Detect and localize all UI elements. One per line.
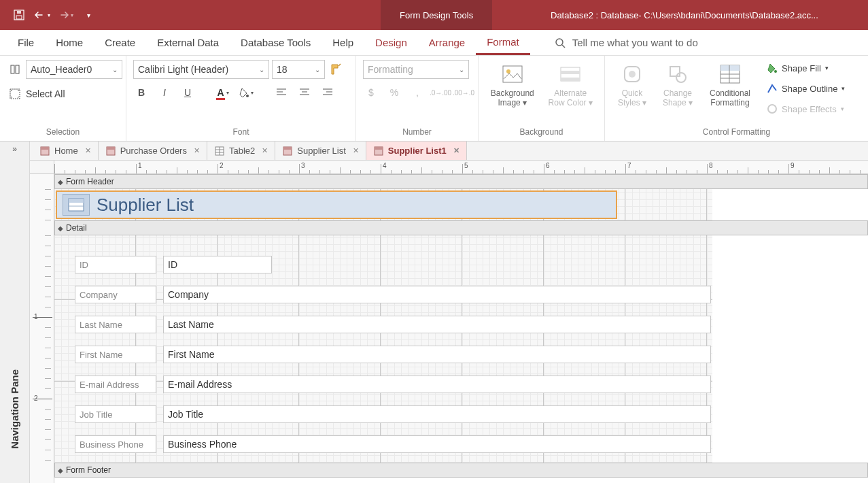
field-control[interactable]: Job Title (163, 405, 711, 423)
doc-tab-home[interactable]: Home ✕ (33, 141, 99, 160)
form-icon (282, 146, 293, 156)
section-bar-form-header[interactable]: ◆ Form Header (54, 174, 868, 189)
bold-button[interactable]: B (133, 84, 150, 101)
shape-outline-button[interactable]: Shape Outline ▾ (767, 80, 845, 97)
field-control[interactable]: Last Name (163, 316, 711, 333)
tell-me-search[interactable]: Tell me what you want to do (555, 37, 698, 48)
save-icon[interactable] (10, 5, 29, 24)
font-color-button[interactable]: A ▾ (215, 84, 231, 101)
thousands-button: , (409, 84, 426, 101)
svg-rect-18 (503, 66, 522, 82)
field-label[interactable]: Business Phone (75, 435, 156, 453)
svg-point-8 (246, 95, 249, 97)
svg-point-33 (768, 105, 776, 113)
tell-me-label: Tell me what you want to do (572, 37, 698, 48)
section-bar-detail[interactable]: ◆ Detail (54, 220, 868, 235)
chevron-down-icon: ⌄ (459, 66, 464, 73)
percent-button: % (386, 84, 402, 101)
table-rows-icon (559, 63, 582, 86)
field-label[interactable]: ID (75, 256, 156, 273)
italic-button[interactable]: I (156, 84, 173, 101)
form-design-canvas[interactable]: ◆ Form Header Supplier List ◆ Detail (54, 174, 868, 483)
change-shape-icon (666, 63, 689, 86)
section-bar-form-footer[interactable]: ◆ Form Footer (54, 463, 868, 478)
conditional-formatting-button[interactable]: Conditional Formatting (703, 60, 757, 110)
doc-tab-table2[interactable]: Table2 ✕ (207, 141, 275, 160)
ruler-corner[interactable] (30, 161, 54, 174)
doc-tab-supplier-list1[interactable]: Supplier List1 ✕ (366, 141, 467, 160)
currency-button: $ (363, 84, 379, 101)
shape-fill-button[interactable]: Shape Fill ▾ (767, 60, 845, 76)
window-title: Database2 : Database- C:\Users\bdani\Doc… (551, 0, 863, 30)
tab-home[interactable]: Home (45, 31, 94, 54)
background-image-button[interactable]: Background Image ▾ (485, 60, 540, 110)
shape-outline-label: Shape Outline (782, 84, 837, 94)
section-label: Form Header (66, 177, 114, 186)
svg-rect-35 (41, 147, 49, 150)
select-object-icon[interactable] (7, 61, 23, 78)
chevron-down-icon: ⌄ (112, 66, 118, 73)
object-selector[interactable]: Auto_Header0 ⌄ (26, 60, 122, 79)
font-size-selector[interactable]: 18 ⌄ (272, 60, 325, 79)
doc-tab-purchase-orders[interactable]: Purchase Orders ✕ (99, 141, 207, 160)
tab-database-tools[interactable]: Database Tools (230, 31, 322, 54)
field-label[interactable]: Job Title (75, 405, 156, 423)
form-title-control[interactable]: Supplier List (56, 190, 617, 219)
close-icon[interactable]: ✕ (85, 146, 91, 155)
tab-file[interactable]: File (7, 31, 45, 54)
navigation-pane-collapsed[interactable]: » Navigation Pane (0, 141, 30, 483)
field-control[interactable]: First Name (163, 346, 711, 363)
form-logo-icon[interactable] (63, 194, 90, 216)
fill-icon (767, 63, 778, 73)
tab-format[interactable]: Format (476, 31, 530, 55)
field-control[interactable]: E-mail Address (163, 376, 711, 393)
align-right-button[interactable] (319, 84, 336, 101)
chevron-down-icon: ⌄ (315, 66, 320, 73)
field-control[interactable]: ID (163, 256, 272, 273)
tab-help[interactable]: Help (322, 31, 364, 54)
qat-customize-icon[interactable]: ▾ (79, 5, 98, 24)
doc-tab-label: Purchase Orders (120, 146, 187, 156)
field-control[interactable]: Business Phone (163, 435, 711, 453)
close-icon[interactable]: ✕ (194, 146, 200, 155)
fill-color-button[interactable]: ▾ (238, 84, 254, 101)
undo-button[interactable]: ▾ (33, 5, 52, 24)
tab-external-data[interactable]: External Data (146, 31, 230, 54)
field-control[interactable]: Company (163, 286, 711, 303)
quick-styles-button: Quick Styles ▾ (612, 60, 653, 110)
section-collapse-icon: ◆ (58, 467, 63, 474)
decrease-decimals-button: .00→.0 (455, 84, 472, 101)
close-icon[interactable]: ✕ (262, 146, 268, 155)
close-icon[interactable]: ✕ (353, 146, 359, 155)
expand-pane-icon[interactable]: » (12, 144, 17, 154)
field-label[interactable]: Last Name (75, 316, 156, 333)
redo-button[interactable]: ▾ (56, 5, 75, 24)
select-all-button[interactable]: Select All (7, 86, 65, 102)
vertical-ruler[interactable]: 12 (30, 174, 54, 483)
font-face-selector[interactable]: Calibri Light (Header) ⌄ (133, 60, 269, 79)
object-selector-value: Auto_Header0 (31, 64, 92, 75)
svg-rect-28 (721, 65, 740, 71)
align-center-button[interactable] (296, 84, 313, 101)
form-icon (39, 146, 50, 156)
tab-arrange[interactable]: Arrange (418, 31, 476, 54)
svg-rect-22 (561, 78, 580, 81)
format-painter-button[interactable] (328, 61, 344, 78)
field-label[interactable]: First Name (75, 346, 156, 363)
shape-effects-label: Shape Effects (782, 104, 837, 114)
align-left-button[interactable] (273, 84, 290, 101)
field-label[interactable]: Company (75, 286, 156, 303)
doc-tab-supplier-list[interactable]: Supplier List ✕ (275, 141, 366, 160)
close-icon[interactable]: ✕ (453, 146, 459, 155)
alt-row-color-label: Alternate Row Color (549, 88, 587, 107)
tab-create[interactable]: Create (94, 31, 146, 54)
group-label-background: Background (485, 126, 597, 139)
change-shape-label: Change Shape (663, 88, 692, 107)
doc-tab-label: Supplier List (297, 146, 346, 156)
underline-button[interactable]: U (179, 84, 196, 101)
tab-design[interactable]: Design (364, 31, 418, 54)
horizontal-ruler[interactable]: 123456789 (54, 161, 868, 174)
field-label[interactable]: E-mail Address (75, 376, 156, 393)
select-all-icon (7, 86, 23, 102)
conditional-formatting-icon (718, 63, 742, 86)
